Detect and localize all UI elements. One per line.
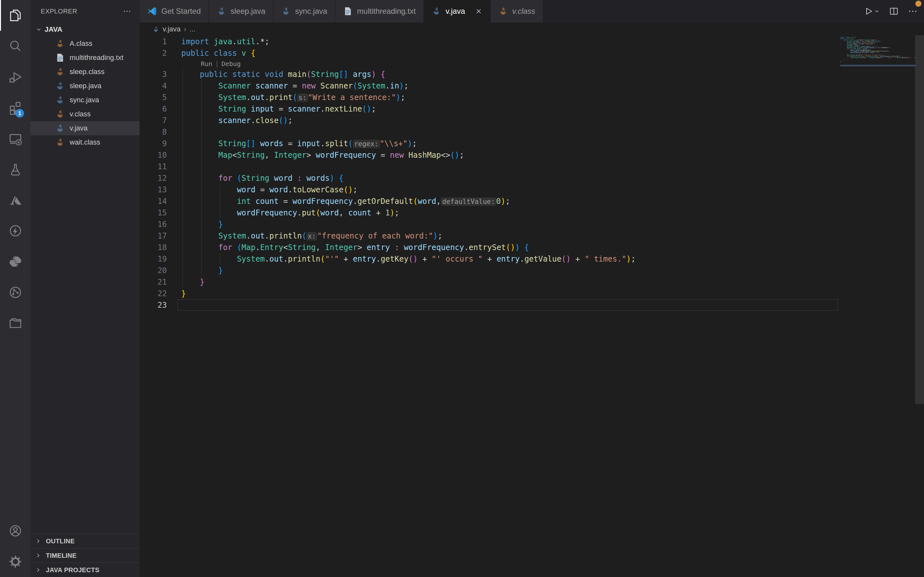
code-line-21[interactable]: 21} (140, 276, 914, 288)
activitybar-live-share[interactable] (0, 277, 31, 308)
code-line-15[interactable]: 15wordFrequency.put(word, count + 1); (140, 207, 914, 219)
play-icon (864, 6, 874, 16)
file-item-A.class[interactable]: A.class (31, 37, 140, 51)
section-timeline[interactable]: TIMELINE (31, 548, 140, 562)
code-token: ) (330, 174, 334, 183)
code-token: { (251, 49, 255, 58)
activitybar-accounts[interactable] (0, 516, 31, 546)
code-token: + (339, 255, 352, 263)
indent-guide (201, 149, 202, 161)
code-token: { (339, 174, 343, 183)
run-button[interactable] (864, 6, 880, 16)
activitybar-project-manager[interactable] (0, 308, 31, 338)
code-line-4[interactable]: 4Scanner scanner = new Scanner(System.in… (140, 80, 914, 92)
code-token: wordFrequency (316, 151, 376, 160)
activitybar-extensions[interactable]: 1 (0, 92, 31, 123)
chevron-down-icon (36, 26, 42, 33)
code-token: } (200, 277, 204, 287)
code-line-17[interactable]: 17System.out.println(x:"frequency of eac… (140, 230, 914, 242)
code-token: HashMap (881, 47, 887, 48)
code-line-14[interactable]: 14int count = wordFrequency.getOrDefault… (140, 195, 914, 207)
code-line-19[interactable]: 19System.out.println("'" + entry.getKey(… (140, 253, 914, 265)
tab-v.java[interactable]: v.java (424, 0, 491, 23)
file-name: sync.java (69, 96, 99, 104)
code-line-16[interactable]: 16} (140, 219, 914, 230)
section-outline[interactable]: OUTLINE (31, 534, 140, 548)
folder-root-java[interactable]: JAVA (31, 23, 140, 37)
file-item-wait.class[interactable]: wait.class (31, 135, 140, 149)
editor-pane: v.java › ... 1import java.util.*;2public… (140, 23, 924, 577)
code-line-13[interactable]: 13word = word.toLowerCase(); (140, 184, 914, 195)
activitybar-thunder-client[interactable] (0, 215, 31, 246)
code-token (270, 174, 274, 183)
split-editor-button[interactable] (889, 6, 899, 16)
code-line-22[interactable]: 22} (140, 288, 914, 300)
code-area[interactable]: 1import java.util.*;2public class v {Run… (140, 36, 914, 311)
code-token: getOrDefault (357, 197, 413, 206)
code-token: [] (339, 70, 348, 79)
code-token: for (218, 174, 232, 183)
vertical-scrollbar[interactable] (915, 35, 924, 404)
tab-multithreading.txt[interactable]: multithreading.txt (335, 0, 424, 23)
file-item-sleep.java[interactable]: sleep.java (31, 79, 140, 93)
code-token: . (288, 185, 292, 194)
code-line-6[interactable]: 6String input = scanner.nextLine(); (140, 103, 914, 115)
code-token: < (232, 151, 237, 160)
code-line-10[interactable]: 10Map<String, Integer> wordFrequency = n… (140, 149, 914, 161)
breadcrumb-symbol[interactable]: ... (190, 25, 195, 33)
tab-v.class[interactable]: v.class (491, 0, 543, 23)
code-line-23[interactable]: 23 (140, 300, 914, 311)
close-icon[interactable] (475, 7, 483, 15)
breadcrumb-file[interactable]: v.java (163, 25, 181, 33)
code-token: : (395, 243, 399, 252)
code-token: . (320, 105, 325, 113)
breadcrumb[interactable]: v.java › ... (140, 23, 924, 36)
tab-sync.java[interactable]: sync.java (273, 0, 335, 23)
explorer-more-actions-icon[interactable] (123, 7, 131, 15)
code-line-18[interactable]: 18for (Map.Entry<String, Integer> entry … (140, 242, 914, 253)
current-line-highlight (178, 300, 838, 311)
code-token: + (869, 57, 871, 58)
code-line-2[interactable]: 2public class v { (140, 47, 914, 59)
code-line-12[interactable]: 12for (String word : words) { (140, 172, 914, 184)
file-item-v.class[interactable]: v.class (31, 107, 140, 121)
tab-get-started[interactable]: Get Started (140, 0, 209, 23)
code-line-3[interactable]: 3public static void main(String[] args) … (140, 69, 914, 80)
codelens-run-link[interactable]: Run (201, 60, 212, 68)
minimap[interactable]: import java.util.*;public class v { publ… (840, 37, 916, 90)
notification-dot (915, 1, 921, 7)
code-line-8[interactable]: 8 (140, 126, 914, 138)
code-token: ; (874, 43, 875, 45)
more-actions-button[interactable] (908, 6, 918, 16)
code-line-11[interactable]: 11 (140, 161, 914, 172)
indent-guide (201, 126, 202, 138)
codelens-debug-link[interactable]: Debug (221, 60, 241, 68)
activitybar-settings[interactable] (0, 546, 31, 577)
code-line-7[interactable]: 7scanner.close(); (140, 115, 914, 126)
indent-guide (183, 276, 183, 288)
code-line-9[interactable]: 9String[] words = input.split(regex:"\\s… (140, 138, 914, 149)
activitybar-search[interactable] (0, 31, 31, 61)
code-token (316, 81, 320, 90)
code-line-1[interactable]: 1import java.util.*; (140, 36, 914, 47)
inlay-hint: regex: (353, 140, 380, 148)
file-item-multithreading.txt[interactable]: multithreading.txt (31, 51, 140, 65)
file-item-sync.java[interactable]: sync.java (31, 93, 140, 107)
activitybar-explorer[interactable] (0, 0, 31, 31)
file-item-sleep.class[interactable]: sleep.class (31, 65, 140, 79)
activitybar-run-and-debug[interactable] (0, 61, 31, 92)
indent-guide (183, 184, 183, 195)
code-line-5[interactable]: 5System.out.print(s:"Write a sentence:")… (140, 92, 914, 103)
activitybar-azure[interactable] (0, 185, 31, 215)
code-token (232, 174, 237, 183)
tab-sleep.java[interactable]: sleep.java (209, 0, 273, 23)
code-token: ) (501, 197, 505, 206)
activitybar-python[interactable] (0, 246, 31, 277)
code-line-20[interactable]: 20} (140, 265, 914, 276)
file-item-v.java[interactable]: v.java (31, 121, 140, 135)
section-java-projects[interactable]: JAVA PROJECTS (31, 562, 140, 577)
line-number: 2 (140, 47, 167, 59)
activitybar-remote-explorer[interactable] (0, 123, 31, 154)
activitybar-testing[interactable] (0, 154, 31, 185)
code-token: + (894, 57, 897, 58)
